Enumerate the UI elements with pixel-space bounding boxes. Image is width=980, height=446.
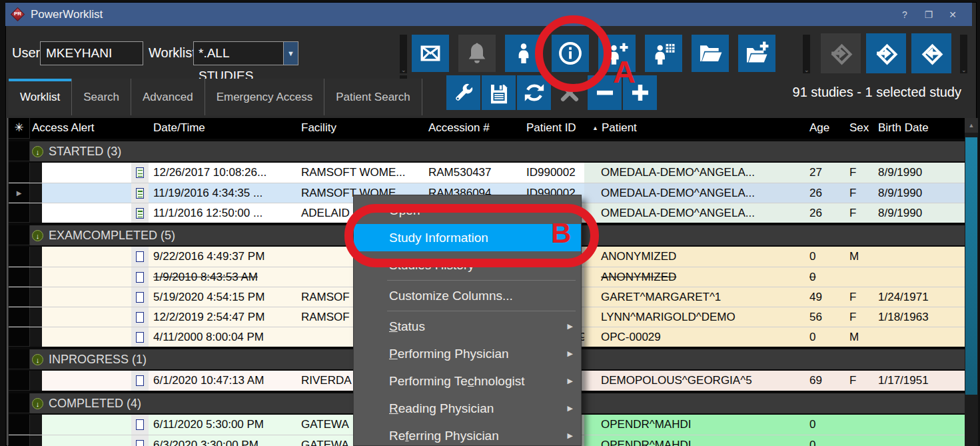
- column-header-birth-date[interactable]: Birth Date: [871, 118, 941, 139]
- maximize-button[interactable]: ❐: [921, 9, 936, 20]
- menu-item-open[interactable]: Open: [354, 197, 581, 224]
- row-gutter: [9, 225, 30, 245]
- context-menu: OpenStudy InformationStudies HistoryCust…: [353, 195, 582, 446]
- refresh-button[interactable]: [517, 75, 551, 110]
- cell-datetime: 6/1/2020 10:47:13 AM: [149, 371, 296, 391]
- toolbar-separator: [803, 35, 810, 73]
- menu-item-study-information[interactable]: Study Information: [354, 224, 581, 251]
- patient-schedule-button[interactable]: [645, 35, 682, 72]
- menu-item-status[interactable]: Status▶: [354, 313, 581, 340]
- column-header-datetime[interactable]: Date/Time: [149, 118, 296, 139]
- row-gutter: [9, 247, 30, 267]
- menu-item-performing-physician[interactable]: Performing Physician▶: [354, 340, 581, 367]
- tab-emergency-access[interactable]: Emergency Access: [205, 79, 325, 115]
- row-indent: [30, 371, 42, 391]
- cell-filler: [941, 183, 965, 203]
- scroll-up-button[interactable]: ▲: [965, 118, 978, 133]
- collapse-group-icon[interactable]: ↓: [32, 230, 43, 241]
- worklist-value: *.ALL STUDIES: [194, 42, 283, 65]
- patient-schedule-icon: [652, 41, 676, 65]
- patient-icon: [512, 42, 535, 65]
- cell-filler: [941, 435, 965, 446]
- cell-patient: LYNN^MARIGOLD^DEMO: [584, 307, 804, 327]
- column-header-age[interactable]: Age: [804, 118, 841, 139]
- tab-patient-search[interactable]: Patient Search: [324, 79, 422, 115]
- tab-worklist[interactable]: Worklist: [9, 79, 72, 115]
- export-study-button[interactable]: [911, 33, 951, 73]
- cell-access-alert: [42, 327, 131, 347]
- mail-icon: [419, 42, 442, 65]
- open-study-folder-button[interactable]: [692, 35, 729, 72]
- cell-filler: [941, 307, 965, 327]
- add-study-button[interactable]: [623, 75, 657, 110]
- table-row[interactable]: 12/26/2017 10:08:26...RAMSOFT WOME...RAM…: [9, 163, 965, 183]
- bell-icon: [465, 41, 489, 65]
- group-header-started-3[interactable]: ↓STARTED (3): [9, 141, 965, 161]
- tab-search[interactable]: Search: [72, 79, 131, 115]
- add-patient-button[interactable]: [598, 35, 636, 72]
- scrollbar-thumb[interactable]: [965, 137, 977, 395]
- row-gutter: [9, 163, 30, 183]
- cell-document: [131, 247, 149, 267]
- cell-document: [131, 163, 149, 183]
- row-indent: [30, 307, 42, 327]
- collapse-group-icon[interactable]: ↓: [32, 146, 43, 157]
- cell-patient: OMEDALA-DEMO^ANGELA...: [584, 203, 804, 223]
- row-indent: [30, 163, 42, 183]
- cell-filler: [941, 415, 965, 435]
- patient-button[interactable]: [505, 35, 542, 72]
- refresh-icon: [523, 81, 546, 104]
- import-study-button[interactable]: [866, 33, 906, 73]
- cell-patient: OPENDR^MAHDI: [584, 435, 804, 446]
- vertical-scrollbar[interactable]: ▲: [965, 118, 978, 446]
- cell-age: 0: [804, 327, 841, 347]
- cell-sex: [841, 415, 871, 435]
- worklist-dropdown-button[interactable]: ▼: [283, 42, 298, 65]
- column-header-sex[interactable]: Sex: [841, 118, 871, 139]
- window-title: PowerWorklist: [31, 8, 103, 21]
- row-gutter: [9, 393, 30, 413]
- route-study-icon: [827, 40, 854, 67]
- column-header-access-alert[interactable]: Access Alert: [30, 118, 149, 139]
- cell-access-alert: [42, 371, 131, 391]
- menu-item-performing-technologist[interactable]: Performing Technologist▶: [354, 367, 581, 395]
- close-button[interactable]: ✕: [945, 9, 960, 20]
- cell-datetime: 11/1/2016 12:50:00 ...: [149, 203, 296, 223]
- study-information-button[interactable]: [552, 35, 589, 72]
- row-indent: [30, 203, 42, 223]
- tab-advanced[interactable]: Advanced: [131, 79, 205, 115]
- mail-button[interactable]: [412, 35, 449, 72]
- cell-datetime: 11/19/2016 4:34:35 ...: [149, 183, 296, 203]
- column-header-patient-id[interactable]: Patient ID: [524, 118, 584, 139]
- column-header-accession[interactable]: Accession #: [427, 118, 524, 139]
- group-label: STARTED (3): [49, 141, 121, 161]
- document-icon: [136, 375, 144, 386]
- help-button[interactable]: ?: [897, 9, 912, 20]
- menu-item-referring-physician[interactable]: Referring Physician▶: [354, 422, 581, 446]
- column-header-patient[interactable]: ▲Patient: [584, 118, 804, 139]
- new-study-folder-button[interactable]: [738, 35, 775, 72]
- cell-filler: [941, 371, 965, 391]
- cell-sex: M: [841, 327, 871, 347]
- column-header-facility[interactable]: Facility: [296, 118, 427, 139]
- cell-sex: F: [841, 307, 871, 327]
- collapse-group-icon[interactable]: ↓: [32, 398, 43, 409]
- menu-item-studies-history[interactable]: Studies History: [354, 251, 581, 279]
- menu-item-customize-columns[interactable]: Customize Columns...: [354, 282, 581, 309]
- worklist-combobox[interactable]: *.ALL STUDIES ▼: [193, 41, 298, 65]
- menu-item-reading-physician[interactable]: Reading Physician▶: [354, 395, 581, 422]
- collapse-group-icon[interactable]: ↓: [32, 354, 43, 365]
- toolbar-separator: [960, 35, 967, 73]
- settings-wrench-button[interactable]: [446, 75, 480, 110]
- remove-study-button[interactable]: [588, 75, 622, 110]
- cell-age: 0: [804, 415, 841, 435]
- cell-birth-date: [871, 267, 941, 287]
- plus-icon: [629, 81, 652, 104]
- user-input[interactable]: [40, 41, 143, 65]
- document-icon: [136, 292, 144, 303]
- cell-datetime: 6/3/2020 3:30:00 PM: [149, 435, 296, 446]
- save-layout-button[interactable]: [482, 75, 516, 110]
- export-study-icon: [918, 40, 945, 67]
- document-icon: [136, 419, 144, 430]
- row-selector-header[interactable]: ✳: [9, 118, 30, 139]
